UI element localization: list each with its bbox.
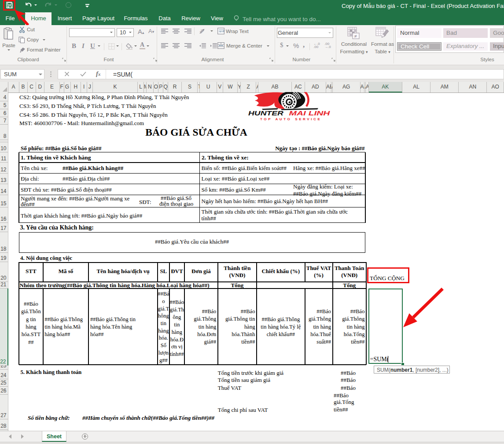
svg-text:TOP AUTO SERVICE: TOP AUTO SERVICE <box>260 117 321 121</box>
svg-text:MAI LINH: MAI LINH <box>289 109 331 117</box>
svg-text:HUNTER: HUNTER <box>248 109 284 117</box>
svg-text:≠: ≠ <box>354 33 357 39</box>
